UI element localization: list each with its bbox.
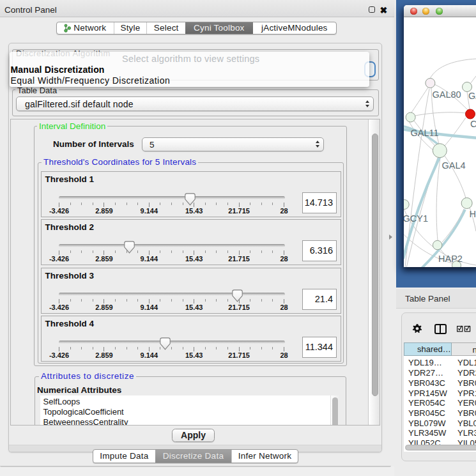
svg-text:HAP2: HAP2 (438, 254, 463, 264)
svg-text:C: C (470, 119, 476, 129)
svg-text:GAL80: GAL80 (433, 89, 461, 100)
svg-text:GAL11: GAL11 (411, 128, 439, 138)
svg-text:H: H (470, 209, 476, 219)
svg-text:GA: GA (468, 91, 476, 101)
svg-text:GCY1: GCY1 (404, 213, 428, 224)
svg-text:GAL4: GAL4 (442, 160, 466, 171)
